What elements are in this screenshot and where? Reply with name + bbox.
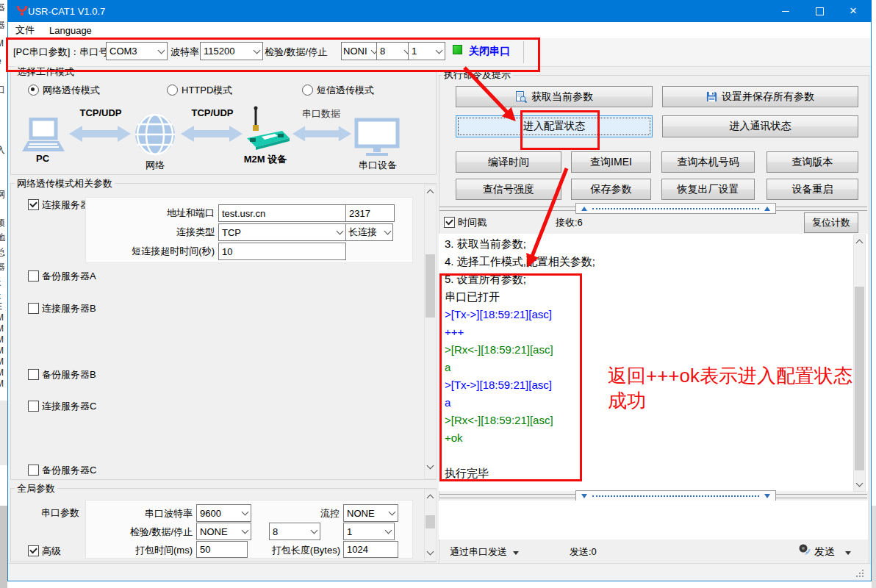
chevron-down-icon xyxy=(242,509,249,516)
net-params-scrollbar[interactable] xyxy=(424,184,437,479)
query-signal-button[interactable]: 查信号强度 xyxy=(456,179,561,200)
background-partial-glyph: M xyxy=(0,379,4,389)
resize-grip[interactable] xyxy=(855,569,864,578)
port-input[interactable]: 2317 xyxy=(345,204,395,222)
link1-label: TCP/UDP xyxy=(73,107,128,118)
radio-sms-mode[interactable] xyxy=(302,85,313,96)
backup-b-checkbox[interactable] xyxy=(28,369,39,380)
scroll-down-icon[interactable] xyxy=(427,548,434,556)
g-databits-select[interactable]: 8 xyxy=(269,523,320,540)
timeout-input[interactable]: 10 xyxy=(218,243,346,260)
backup-b-label[interactable]: 备份服务器B xyxy=(42,368,96,381)
backup-c-label[interactable]: 备份服务器C xyxy=(42,464,96,477)
triangle-down-icon xyxy=(764,494,770,498)
query-imei-button[interactable]: 查询IMEI xyxy=(571,151,651,173)
background-partial-glyph: 口 xyxy=(0,84,5,96)
radio-httpd-mode[interactable] xyxy=(167,85,178,96)
scrollbar-thumb[interactable] xyxy=(426,254,435,318)
background-partial-glyph: M xyxy=(0,368,4,378)
advanced-label[interactable]: 高级 xyxy=(42,545,61,558)
background-partial-glyph: M xyxy=(0,323,4,334)
serial-device-label: 串口设备 xyxy=(357,159,398,172)
conn-type-select[interactable]: TCP xyxy=(218,223,346,241)
chevron-down-icon xyxy=(384,228,392,235)
log-splitter-handle[interactable] xyxy=(575,203,776,214)
status-bar xyxy=(8,563,871,581)
menu-file[interactable]: 文件 xyxy=(8,21,42,39)
scroll-up-icon[interactable] xyxy=(427,495,434,502)
send-button[interactable]: 发送 xyxy=(814,545,851,559)
scroll-up-icon[interactable] xyxy=(856,240,864,247)
maximize-button[interactable] xyxy=(803,0,836,22)
background-partial-glyph: k xyxy=(0,291,1,301)
radio-sms-label[interactable]: 短信透传模式 xyxy=(317,84,374,97)
radio-httpd-label[interactable]: HTTPD模式 xyxy=(182,84,232,97)
enter-comm-button[interactable]: 进入通讯状态 xyxy=(662,115,858,137)
radio-net-transparent-mode[interactable] xyxy=(28,85,39,96)
timestamp-label[interactable]: 时间戳 xyxy=(458,216,487,229)
send-splitter-handle[interactable] xyxy=(575,490,776,501)
backup-a-label[interactable]: 备份服务器A xyxy=(42,270,96,283)
server-a-checkbox[interactable] xyxy=(28,199,39,210)
sent-count: 发送:0 xyxy=(570,545,597,559)
factory-reset-button[interactable]: 恢复出厂设置 xyxy=(661,179,755,200)
g-baud-select[interactable]: 9600 xyxy=(196,504,251,522)
background-partial-glyph: M xyxy=(0,38,4,49)
chevron-down-icon xyxy=(389,509,396,516)
advanced-checkbox[interactable] xyxy=(28,545,39,556)
server-c-checkbox[interactable] xyxy=(28,401,39,412)
pack-len-label: 打包长度(Bytes) xyxy=(261,544,340,557)
g-parity-select[interactable]: NONE xyxy=(196,523,251,540)
global-params-scrollbar[interactable] xyxy=(424,490,437,562)
server-c-label[interactable]: 连接服务器C xyxy=(42,400,96,413)
minimize-button[interactable] xyxy=(769,0,803,22)
g-parity-label: 检验/数据/停止 xyxy=(110,526,193,539)
scroll-down-icon[interactable] xyxy=(427,462,434,470)
server-b-label[interactable]: 连接服务器B xyxy=(42,302,96,315)
device-reboot-button[interactable]: 设备重启 xyxy=(766,179,858,200)
send-via-serial-dropdown[interactable]: 通过串口发送 xyxy=(450,545,519,559)
scrollbar-thumb[interactable] xyxy=(426,515,435,528)
triangle-up-icon xyxy=(581,207,587,211)
background-partial-glyph: 器 xyxy=(0,19,5,32)
reset-count-button[interactable]: 复位计数 xyxy=(804,212,858,233)
scroll-up-icon[interactable] xyxy=(427,190,434,197)
annotation-box-log xyxy=(439,273,582,481)
addr-input[interactable]: test.usr.cn xyxy=(218,204,346,222)
pack-time-input[interactable]: 50 xyxy=(196,541,248,558)
set-save-all-button[interactable]: 设置并保存所有参数 xyxy=(662,86,858,107)
g-stopbits-select[interactable]: 1 xyxy=(343,523,395,540)
network-label: 网络 xyxy=(140,159,170,172)
background-partial-glyph: 总 xyxy=(0,246,5,259)
server-b-checkbox[interactable] xyxy=(28,303,39,314)
splitter-dotted-line xyxy=(592,208,759,209)
save-params-button[interactable]: 保存参数 xyxy=(571,179,651,200)
radio-net-transparent-label[interactable]: 网络透传模式 xyxy=(43,84,100,97)
query-local-number-button[interactable]: 查询本机号码 xyxy=(661,151,755,173)
background-partial-glyph: M xyxy=(0,334,4,345)
compile-time-button[interactable]: 编译时间 xyxy=(456,151,561,173)
pc-laptop-icon xyxy=(19,118,66,154)
network-globe-icon xyxy=(134,113,176,156)
background-partial-glyph: M xyxy=(0,356,4,367)
backup-a-checkbox[interactable] xyxy=(28,270,39,282)
pack-len-input[interactable]: 1024 xyxy=(343,541,398,558)
caret-down-icon xyxy=(845,551,851,555)
log-line: 4. 选择工作模式,配置相关参数; xyxy=(445,253,845,270)
menu-language[interactable]: Language xyxy=(42,23,99,38)
triangle-down-icon xyxy=(581,494,587,498)
chevron-down-icon xyxy=(337,228,344,235)
query-version-button[interactable]: 查询版本 xyxy=(766,151,858,173)
keep-alive-select[interactable]: 长连接 xyxy=(345,223,393,241)
backup-c-checkbox[interactable] xyxy=(28,465,39,476)
send-speaker-icon xyxy=(798,543,811,556)
background-partial-glyph: 入 xyxy=(0,144,5,157)
timestamp-checkbox[interactable] xyxy=(444,217,455,228)
close-button[interactable]: × xyxy=(836,0,870,22)
get-params-button[interactable]: 获取当前参数 xyxy=(456,86,653,107)
scroll-down-icon[interactable] xyxy=(856,480,864,487)
background-window-left-strip: 器器Me口入网顶地总器kkEMMMMMMM xyxy=(0,0,7,588)
flow-select[interactable]: NONE xyxy=(343,504,398,522)
send-input-area[interactable] xyxy=(439,501,868,539)
titlebar: USR-CAT1 V1.0.7 × xyxy=(7,0,872,22)
